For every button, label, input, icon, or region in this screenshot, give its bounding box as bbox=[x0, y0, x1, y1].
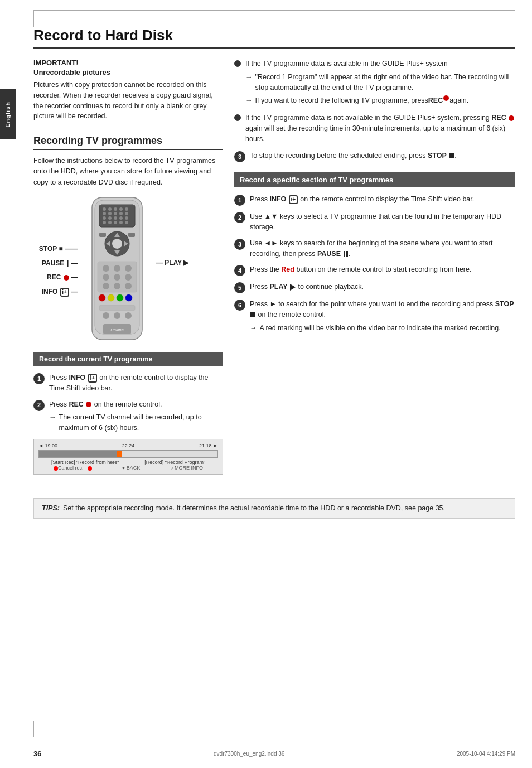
svg-point-18 bbox=[103, 221, 106, 224]
important-section: IMPORTANT! Unrecordable pictures Picture… bbox=[33, 59, 223, 122]
language-tab: English bbox=[0, 89, 16, 139]
vbar-button-labels: [Start Rec] "Record from here" [Record] … bbox=[38, 460, 218, 465]
svg-point-17 bbox=[125, 216, 128, 220]
svg-point-13 bbox=[103, 216, 106, 220]
page-title: Record to Hard Disk bbox=[33, 27, 515, 49]
stop-label: STOP ■ —— bbox=[33, 245, 78, 254]
remote-right-labels: — PLAY ▶ bbox=[156, 195, 188, 273]
svg-text:Philips: Philips bbox=[110, 327, 124, 332]
info-text: INFO i+ — bbox=[42, 288, 78, 296]
footer: 36 dvdr7300h_eu_eng2.indd 36 2005-10-04 … bbox=[33, 750, 515, 758]
svg-rect-45 bbox=[99, 305, 135, 311]
specific-step-3-content: Use ◄► keys to search for the beginning … bbox=[250, 238, 515, 259]
right-specific-step-4: 4 Press the Red button on the remote con… bbox=[234, 264, 515, 276]
step-num-1: 1 bbox=[33, 373, 45, 384]
specific-step-6-content: Press ► to search for the point where yo… bbox=[250, 299, 515, 333]
specific-step-2-content: Use ▲▼ keys to select a TV programme tha… bbox=[250, 211, 515, 233]
page-number: 36 bbox=[33, 750, 41, 758]
vbar-fill bbox=[39, 451, 119, 457]
specific-step-5-content: Press PLAY to continue playback. bbox=[250, 282, 515, 292]
svg-point-40 bbox=[125, 283, 132, 289]
specific-step-6-arrow: A red marking will be visible on the vid… bbox=[250, 323, 515, 334]
svg-point-47 bbox=[114, 312, 120, 319]
language-label: English bbox=[4, 102, 11, 128]
svg-point-10 bbox=[114, 212, 117, 215]
svg-point-9 bbox=[108, 212, 112, 215]
svg-point-35 bbox=[103, 274, 109, 281]
pause-symbol bbox=[344, 251, 348, 257]
svg-point-14 bbox=[108, 216, 112, 220]
left-step-2: 2 Press REC on the remote control. The c… bbox=[33, 399, 223, 433]
play-triangle bbox=[290, 284, 296, 291]
specific-step-num-1: 1 bbox=[234, 195, 245, 206]
bullet-1-arrow-1: "Record 1 Program" will appear at the ri… bbox=[245, 72, 515, 93]
top-border-right bbox=[515, 10, 515, 27]
svg-point-42 bbox=[108, 294, 114, 301]
step-num-3: 3 bbox=[234, 151, 245, 162]
svg-point-38 bbox=[103, 283, 109, 289]
stop-square-1 bbox=[449, 153, 454, 158]
right-bullet-2: If the TV programme data is not availabl… bbox=[234, 113, 515, 144]
remote-left-labels: STOP ■ —— PAUSE ‖ — REC — INFO i+ — bbox=[33, 195, 78, 302]
info-icon-2: i+ bbox=[289, 195, 298, 204]
main-content: Record to Hard Disk IMPORTANT! Unrecorda… bbox=[33, 0, 515, 530]
svg-point-6 bbox=[119, 207, 123, 211]
pause-text: PAUSE ‖ — bbox=[42, 259, 78, 267]
specific-step-num-6: 6 bbox=[234, 300, 245, 311]
remote-illustration: STOP ■ —— PAUSE ‖ — REC — INFO i+ — bbox=[33, 195, 223, 347]
svg-point-39 bbox=[114, 283, 120, 289]
important-title: IMPORTANT! bbox=[33, 59, 223, 67]
svg-point-12 bbox=[125, 212, 128, 215]
svg-point-22 bbox=[125, 221, 128, 224]
vbar-time-labels: ◄ 19:00 22:24 21:18 ► bbox=[38, 443, 218, 448]
step-num-2: 2 bbox=[33, 400, 45, 411]
svg-point-21 bbox=[119, 221, 123, 224]
svg-point-36 bbox=[114, 274, 120, 281]
bullet-circle-1 bbox=[234, 60, 241, 67]
bullet-1-content: If the TV programme data is available in… bbox=[245, 59, 515, 106]
stop-text: STOP ■ —— bbox=[39, 245, 78, 253]
vbar-marker bbox=[117, 450, 122, 458]
rec-circle-right bbox=[443, 95, 449, 101]
footer-date: 2005-10-04 4:14:29 PM bbox=[457, 751, 515, 757]
page-wrapper: English Record to Hard Disk IMPORTANT! U… bbox=[0, 0, 532, 768]
bottom-border-left bbox=[33, 721, 34, 737]
play-text: — PLAY ▶ bbox=[156, 259, 188, 267]
right-bullet-1: If the TV programme data is available in… bbox=[234, 59, 515, 106]
svg-point-48 bbox=[125, 312, 132, 319]
rec-red-circle bbox=[86, 402, 91, 407]
svg-point-20 bbox=[114, 221, 117, 224]
record-current-header: Record the current TV programme bbox=[33, 352, 223, 366]
svg-point-8 bbox=[103, 212, 106, 215]
svg-point-11 bbox=[119, 212, 123, 215]
vbar-time-left: ◄ 19:00 bbox=[38, 443, 57, 448]
footer-file: dvdr7300h_eu_eng2.indd 36 bbox=[214, 751, 284, 757]
svg-point-3 bbox=[103, 207, 106, 211]
rec-label: REC — bbox=[33, 273, 78, 282]
right-specific-step-1: 1 Press INFO i+ on the remote control to… bbox=[234, 194, 515, 206]
right-specific-step-2: 2 Use ▲▼ keys to select a TV programme t… bbox=[234, 211, 515, 233]
specific-step-num-5: 5 bbox=[234, 282, 245, 293]
svg-point-5 bbox=[114, 207, 117, 211]
svg-point-24 bbox=[112, 239, 122, 249]
step-1-content: Press INFO i+ on the remote control to d… bbox=[49, 373, 223, 394]
tips-text: Set the appropriate recording mode. It d… bbox=[63, 504, 445, 512]
top-border-line bbox=[33, 10, 515, 11]
svg-rect-30 bbox=[128, 233, 135, 237]
remote-svg: Philips bbox=[81, 195, 153, 347]
important-text: Pictures with copy protection cannot be … bbox=[33, 80, 223, 122]
right-column: If the TV programme data is available in… bbox=[234, 59, 515, 481]
bullet-circle-2 bbox=[234, 114, 241, 121]
recording-tv-header: Recording TV programmes bbox=[33, 135, 223, 150]
svg-point-16 bbox=[119, 216, 123, 220]
vbar-time-right: 21:18 ► bbox=[199, 443, 218, 448]
specific-step-1-content: Press INFO i+ on the remote control to d… bbox=[250, 194, 515, 205]
stop-square-2 bbox=[250, 312, 255, 317]
specific-step-4-content: Press the Red button on the remote contr… bbox=[250, 264, 515, 275]
svg-point-37 bbox=[125, 274, 132, 281]
specific-step-num-4: 4 bbox=[234, 265, 245, 276]
vbar-progress-bar bbox=[38, 450, 218, 458]
right-specific-step-3: 3 Use ◄► keys to search for the beginnin… bbox=[234, 238, 515, 259]
vbar-cancel: Cancel rec. bbox=[54, 465, 92, 471]
record-specific-header: Record a specific section of TV programm… bbox=[234, 172, 515, 187]
